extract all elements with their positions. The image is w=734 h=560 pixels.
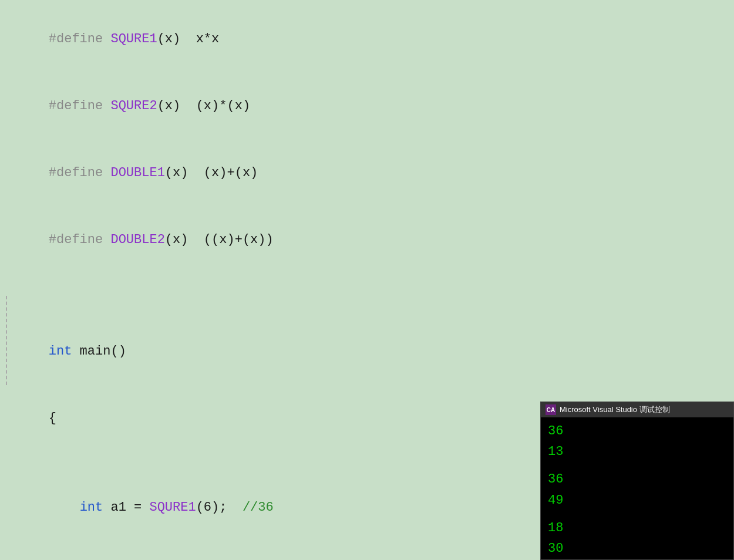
console-output-36a: 36 [548,421,726,441]
console-titlebar: CA Microsoft Visual Studio 调试控制 [541,402,733,417]
code-line: #define SQURE1(x) x*x [6,6,734,73]
console-blank [548,462,726,469]
console-blank [548,511,726,518]
console-body: 36 13 36 49 18 30 [541,417,733,559]
console-output-36b: 36 [548,469,726,490]
code-line: #define DOUBLE2(x) ((x)+(x)) [6,207,734,274]
console-output-13: 13 [548,441,726,462]
console-title: Microsoft Visual Studio 调试控制 [560,404,670,415]
console-output-30: 30 [548,538,726,559]
code-line-main: int main() [6,296,734,385]
code-line [6,274,734,296]
code-line: #define DOUBLE1(x) (x)+(x) [6,140,734,207]
console-window: CA Microsoft Visual Studio 调试控制 36 13 36… [540,402,734,560]
vs-icon: CA [546,404,556,415]
console-output-49: 49 [548,490,726,511]
code-line: #define SQURE2(x) (x)*(x) [6,73,734,140]
console-output-18: 18 [548,518,726,538]
